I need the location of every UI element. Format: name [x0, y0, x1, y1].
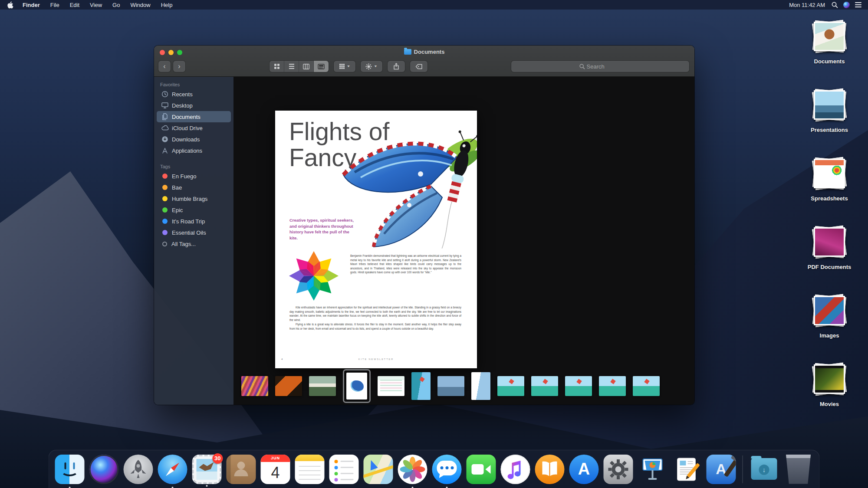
gallery-thumbnail[interactable] [378, 376, 404, 396]
dock-maps-icon[interactable] [364, 455, 393, 484]
menu-go[interactable]: Go [108, 1, 125, 9]
gallery-view-button[interactable] [314, 61, 329, 72]
share-button[interactable] [388, 61, 405, 72]
notification-center-icon[interactable] [855, 1, 862, 9]
tag-all-tags[interactable]: All Tags... [157, 238, 231, 249]
gallery-thumbnail[interactable] [565, 376, 592, 396]
forward-button[interactable]: › [173, 61, 185, 72]
gallery-thumbnail[interactable] [633, 376, 660, 396]
stack-documents[interactable]: Documents [797, 19, 862, 65]
dock-safari-icon[interactable] [158, 455, 187, 484]
gallery-thumbnail-selected[interactable] [343, 369, 371, 403]
sidebar-item-desktop[interactable]: Desktop [157, 100, 231, 111]
dock-trash[interactable] [784, 455, 813, 484]
list-view-button[interactable] [284, 61, 299, 72]
gallery-thumbnail[interactable] [471, 372, 490, 400]
dock-keynote-icon[interactable] [638, 455, 667, 484]
dock-system-preferences-icon[interactable] [604, 455, 633, 484]
dock-pages-icon[interactable] [672, 455, 702, 484]
stack-label: Spreadsheets [797, 195, 862, 202]
tags-button[interactable] [410, 61, 427, 72]
menu-bar: Finder File Edit View Go Window Help Mon… [0, 0, 868, 10]
gallery-thumbnail[interactable] [437, 376, 464, 396]
all-tags-icon [162, 242, 167, 246]
menu-edit[interactable]: Edit [65, 1, 84, 9]
tag-its-road-trip[interactable]: It's Road Trip [157, 216, 231, 227]
tag-en-fuego[interactable]: En Fuego [157, 170, 231, 182]
menu-finder[interactable]: Finder [18, 1, 45, 9]
tag-label: En Fuego [172, 173, 196, 180]
tag-color-green [162, 207, 168, 213]
sidebar-item-documents[interactable]: Documents [157, 111, 231, 122]
tag-humble-brags[interactable]: Humble Brags [157, 193, 231, 204]
stack-movies[interactable]: Movies [797, 362, 862, 407]
dock-facetime-icon[interactable] [467, 455, 496, 484]
dock-finder-icon[interactable] [55, 455, 85, 484]
gallery-thumbnail[interactable] [241, 376, 268, 396]
stack-label: Documents [797, 58, 862, 65]
dock-notes-icon[interactable] [295, 455, 325, 484]
tag-epic[interactable]: Epic [157, 204, 231, 216]
sidebar-item-downloads[interactable]: Downloads [157, 134, 231, 145]
dock-launchpad-icon[interactable] [124, 455, 153, 484]
movies-stack-icon [814, 364, 845, 394]
gallery-thumbnail[interactable] [497, 376, 524, 396]
siri-menu-icon[interactable] [843, 1, 850, 9]
tag-color-blue [162, 219, 168, 224]
dock-downloads-folder[interactable]: ↓ [750, 455, 779, 484]
sidebar-item-applications[interactable]: Applications [157, 145, 231, 156]
finder-window: Documents ‹ › ▼ [154, 46, 694, 405]
downloads-icon [161, 135, 169, 143]
dock-contacts-icon[interactable] [227, 455, 256, 484]
stack-label: Movies [797, 401, 862, 407]
back-button[interactable]: ‹ [158, 61, 171, 72]
dock-calendar-icon[interactable]: JUN 4 [261, 455, 290, 484]
stack-presentations[interactable]: Presentations [797, 88, 862, 133]
sidebar-item-recents[interactable]: Recents [157, 88, 231, 100]
search-field[interactable] [511, 61, 689, 72]
dock-reminders-icon[interactable] [329, 455, 359, 484]
sidebar-item-label: Downloads [172, 136, 200, 143]
icon-view-button[interactable] [270, 61, 284, 72]
gallery-thumbnail[interactable] [531, 376, 558, 396]
menu-bar-clock[interactable]: Mon 11:42 AM [787, 2, 827, 8]
tag-bae[interactable]: Bae [157, 182, 231, 193]
menu-file[interactable]: File [46, 1, 64, 9]
chevron-down-icon: ▼ [347, 65, 351, 68]
column-view-button[interactable] [299, 61, 314, 72]
menu-view[interactable]: View [85, 1, 107, 9]
dock-mail-icon[interactable]: 30 [192, 455, 222, 484]
pdf-documents-stack-icon [814, 227, 845, 257]
gallery-thumbnail[interactable] [275, 376, 302, 396]
group-button[interactable]: ▼ [334, 61, 355, 72]
apple-menu-icon[interactable] [7, 1, 13, 9]
dock-app-store-icon[interactable]: A [569, 455, 599, 484]
dock-photos-icon[interactable] [398, 455, 427, 484]
dock-itunes-icon[interactable] [501, 455, 530, 484]
tags-header: Tags [154, 162, 233, 170]
gallery-thumbnail[interactable] [599, 376, 626, 396]
view-switcher [270, 61, 329, 72]
gallery-thumbnail[interactable] [309, 376, 336, 396]
documents-icon [161, 113, 169, 121]
dock-siri-icon[interactable] [89, 455, 119, 484]
tag-essential-oils[interactable]: Essential Oils [157, 227, 231, 238]
document-intro: Creative types, spiritual seekers, and o… [289, 217, 355, 241]
menu-window[interactable]: Window [125, 1, 155, 9]
stack-pdf-documents[interactable]: PDF Documents [797, 225, 862, 270]
dock-xcode-icon[interactable]: A [707, 455, 736, 484]
stack-spreadsheets[interactable]: Spreadsheets [797, 156, 862, 202]
sidebar-item-icloud-drive[interactable]: iCloud Drive [157, 122, 231, 134]
stack-images[interactable]: Images [797, 293, 862, 339]
search-input[interactable] [587, 63, 621, 70]
spotlight-search-icon[interactable] [831, 1, 838, 9]
menu-help[interactable]: Help [156, 1, 178, 9]
spreadsheets-stack-icon [814, 159, 845, 188]
dock-messages-icon[interactable] [432, 455, 462, 484]
presentations-stack-icon [814, 90, 845, 120]
action-button[interactable]: ▼ [361, 61, 382, 72]
gallery-thumbnail[interactable] [411, 372, 431, 400]
folder-icon [404, 49, 411, 55]
sidebar: Favorites Recents Desktop Documents [154, 77, 233, 405]
dock-books-icon[interactable] [535, 455, 565, 484]
